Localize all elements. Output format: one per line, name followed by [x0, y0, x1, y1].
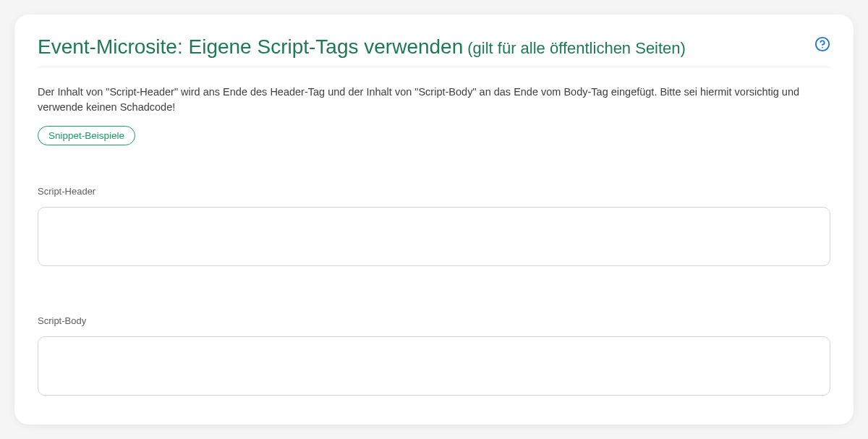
help-icon[interactable]	[814, 36, 830, 52]
script-header-input[interactable]	[38, 207, 830, 266]
script-body-label: Script-Body	[38, 315, 830, 326]
script-body-input[interactable]	[38, 336, 830, 396]
script-header-label: Script-Header	[38, 186, 830, 197]
title-block: Event-Microsite: Eigene Script-Tags verw…	[38, 35, 686, 59]
card-header: Event-Microsite: Eigene Script-Tags verw…	[38, 35, 830, 59]
snippet-examples-button[interactable]: Snippet-Beispiele	[38, 126, 135, 145]
divider	[38, 67, 830, 67]
page-title: Event-Microsite: Eigene Script-Tags verw…	[38, 35, 463, 59]
script-header-group: Script-Header	[38, 186, 830, 269]
description-text: Der Inhalt von "Script-Header" wird ans …	[38, 85, 830, 116]
settings-card: Event-Microsite: Eigene Script-Tags verw…	[14, 14, 854, 425]
script-body-group: Script-Body	[38, 315, 830, 398]
page-subtitle: (gilt für alle öffentlichen Seiten)	[467, 39, 686, 58]
